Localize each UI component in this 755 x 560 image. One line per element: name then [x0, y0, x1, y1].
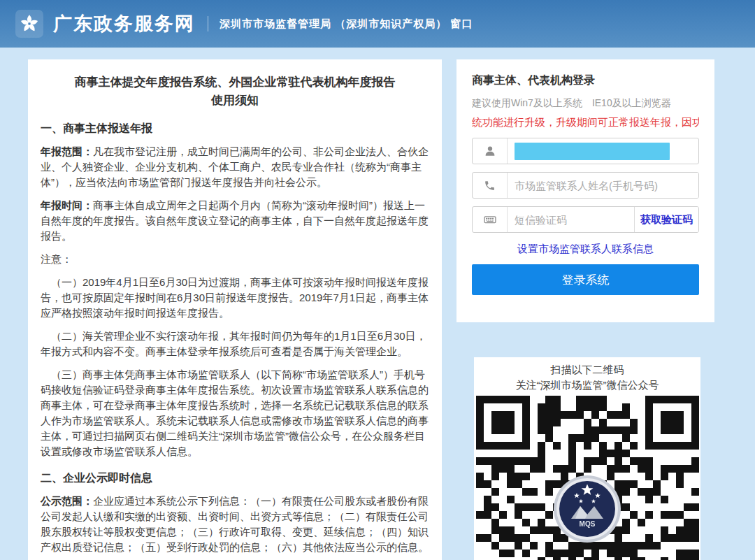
- kapok-flower-icon: [15, 10, 43, 38]
- site-header: 广东政务服务网 深圳市市场监督管理局 （深圳市知识产权局） 窗口: [0, 0, 755, 48]
- notice-title-line2: 使用须知: [211, 94, 259, 107]
- text-selection-highlight: [515, 143, 670, 160]
- note-label: 注意：: [41, 252, 429, 267]
- notice-title-line1: 商事主体提交年度报告系统、外国企业常驻代表机构年度报告: [75, 76, 396, 89]
- header-window-label: 深圳市市场监督管理局 （深圳市知识产权局） 窗口: [220, 17, 473, 31]
- get-code-button[interactable]: 获取验证码: [634, 207, 698, 232]
- note-item-3: （三）商事主体凭商事主体市场监管联系人（以下简称“市场监管联系人”）手机号码接收…: [41, 367, 429, 459]
- browser-hint: 建议使用Win7及以上系统 IE10及以上浏览器: [472, 97, 699, 110]
- upgrade-alert-marquee: 统功能进行升级，升级期间可正常报送年报，因功: [472, 116, 699, 129]
- qr-code-container: MQS: [476, 396, 699, 560]
- qr-card: 扫描以下二维码 关注“深圳市场监管”微信公众号: [474, 357, 700, 560]
- paragraph-publicity-scope: 公示范围：企业应通过本系统公示下列信息：（一）有限责任公司股东或者股份有限公司发…: [41, 494, 429, 555]
- account-field: [472, 138, 699, 164]
- set-contact-link[interactable]: 设置市场监管联系人联系信息: [517, 243, 654, 254]
- account-input[interactable]: [508, 138, 698, 164]
- site-title: 广东政务服务网: [53, 11, 195, 36]
- paragraph-label: 年报范围：: [41, 145, 93, 157]
- set-contact-link-row: 设置市场监管联系人联系信息: [472, 243, 699, 256]
- paragraph-text: 凡在我市登记注册，成立时间已满周年的公司、非公司企业法人、合伙企业、个人独资企业…: [41, 145, 429, 188]
- paragraph-label: 年报时间：: [41, 199, 93, 211]
- section2-heading: 二、企业公示即时信息: [41, 471, 429, 486]
- notice-title: 商事主体提交年度报告系统、外国企业常驻代表机构年度报告 使用须知: [41, 73, 429, 110]
- login-title: 商事主体、代表机构登录: [472, 73, 699, 88]
- notice-card: 商事主体提交年度报告系统、外国企业常驻代表机构年度报告 使用须知 一、商事主体报…: [28, 59, 442, 560]
- contact-input[interactable]: [508, 173, 698, 198]
- keyboard-icon: [473, 207, 508, 232]
- paragraph-report-scope: 年报范围：凡在我市登记注册，成立时间已满周年的公司、非公司企业法人、合伙企业、个…: [41, 144, 429, 190]
- note-item-1: （一）2019年4月1日至6月30日为过渡期，商事主体可按滚动年报时间报送年度报…: [41, 275, 429, 321]
- paragraph-label: 公示范围：: [41, 495, 93, 507]
- sms-code-field: 获取验证码: [472, 206, 699, 233]
- note-item-2: （二）海关管理企业不实行滚动年报，其年报时间仍为每年的1月1日至6月30日，年报…: [41, 329, 429, 359]
- login-card: 商事主体、代表机构登录 建议使用Win7及以上系统 IE10及以上浏览器 统功能…: [456, 59, 714, 322]
- login-button[interactable]: 登录系统: [472, 264, 699, 295]
- qr-caption-line1: 扫描以下二维码: [474, 362, 700, 378]
- header-divider: [208, 16, 208, 31]
- mqs-badge-text: MQS: [580, 520, 596, 528]
- user-icon: [473, 138, 508, 164]
- qr-caption-line2: 关注“深圳市场监管”微信公众号: [474, 378, 700, 393]
- paragraph-report-time: 年报时间：商事主体自成立周年之日起两个月内（简称为“滚动年报时间”）报送上一自然…: [41, 198, 429, 244]
- contact-field: [472, 172, 699, 199]
- mqs-badge-icon: MQS: [552, 474, 622, 544]
- paragraph-text: 企业应通过本系统公示下列信息：（一）有限责任公司股东或者股份有限公司发起人认缴和…: [41, 495, 429, 553]
- paragraph-text: 商事主体自成立周年之日起两个月内（简称为“滚动年报时间”）报送上一自然年度的年度…: [41, 199, 429, 242]
- phone-icon: [473, 173, 508, 198]
- section1-heading: 一、商事主体报送年报: [41, 121, 429, 136]
- sms-code-input[interactable]: [508, 207, 634, 232]
